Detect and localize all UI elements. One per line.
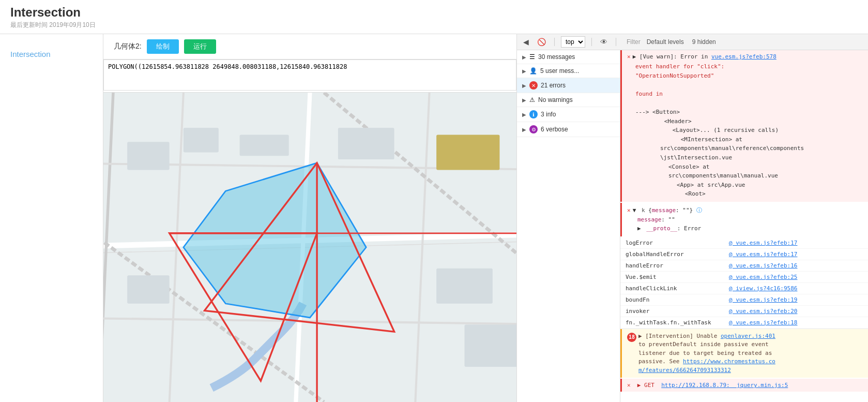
prop-row-handleError: handleError @ vue.esm.js?efeb:16 [620,260,868,272]
get-text: ▶ GET http://192.168.8.79: jquery.min.js… [634,382,788,389]
prop-row-withTask: fn._withTask.fn._withTask @ vue.esm.js?e… [620,317,868,329]
obj-expand-proto[interactable]: ▶ [637,224,641,233]
devtools-prohibit-btn[interactable]: 🚫 [535,37,548,47]
content-area: 几何体2: 绘制 运行 POLYGON((12615854.963811828 … [103,34,516,402]
warnings-label: No warnings [538,96,615,103]
expand-icon-4: ▶ [522,97,526,103]
user-icon: 👤 [529,67,537,75]
prop-link-withTask[interactable]: @ vue.esm.js?efeb:18 [729,319,797,326]
intervention-badge: 18 [627,333,636,342]
devtools-toolbar: ◀ 🚫 top 👁 Filter Default levels 9 hidden [517,34,868,50]
obj-content: k {message: ""} ⓘ [638,206,702,215]
error-icon: ✕ [529,81,538,90]
console-item-info[interactable]: ▶ ℹ 3 info [517,107,620,122]
devtools-panel: ◀ 🚫 top 👁 Filter Default levels 9 hidden… [516,34,868,402]
list-icon: ☰ [529,53,535,61]
obj-proto: __proto__: Error [643,224,702,233]
prop-link-boundFn[interactable]: @ vue.esm.js?efeb:19 [729,296,797,303]
expand-icon: ▶ [522,54,526,60]
errors-label: 21 errors [541,82,615,89]
console-item-user-messages[interactable]: ▶ 👤 5 user mess... [517,64,620,78]
context-select[interactable]: top [561,36,585,48]
prop-key-handleClickLink: handleClickLink [626,285,729,292]
prop-row-boundFn: boundFn @ vue.esm.js?efeb:19 [620,294,868,306]
prop-link-handleError[interactable]: @ vue.esm.js?efeb:16 [729,262,797,269]
prop-row-globalHandleError: globalHandleError @ vue.esm.js?efeb:17 [620,249,868,260]
intervention-link-2[interactable]: https://www.chromestatus.com/features/66… [638,358,775,374]
run-button[interactable]: 运行 [184,39,216,54]
page-subtitle: 最后更新时间 2019年09月10日 [10,21,858,29]
prop-key-handleError: handleError [626,262,729,269]
console-item-verbose[interactable]: ▶ ⚙ 6 verbose [517,122,620,137]
prop-key-vueEmit: Vue.$emit [626,274,729,280]
wkt-input[interactable]: POLYGON((12615854.963811828 2649848.0080… [103,59,516,91]
prop-link-globalHandleError[interactable]: @ vue.esm.js?efeb:17 [729,251,797,258]
toolbar-separator-3 [616,38,616,46]
toolbar-separator [554,38,555,46]
prop-link-vueEmit[interactable]: @ vue.esm.js?efeb:25 [729,274,797,280]
error-icon-red: ✕ [627,53,631,60]
sidebar: Intersection [0,34,103,402]
console-item-errors[interactable]: ▶ ✕ 21 errors [517,78,620,93]
expand-icon-5: ▶ [522,112,526,117]
map-svg: + - [103,93,516,402]
error-text-1: ▶ [Vue warn]: Error in vue.esm.js?efeb:5… [633,53,776,60]
default-levels-label: Default levels [647,38,684,46]
devtools-back-btn[interactable]: ◀ [521,37,531,47]
devtools-eye-btn[interactable]: 👁 [598,37,610,47]
obj-message: message: "" [637,215,675,225]
prop-key-invoker: invoker [626,308,729,315]
info-label: 3 info [541,111,615,118]
error-icon-red-2: ✕ [627,206,631,215]
map-background: + - [103,93,516,402]
sidebar-item-intersection[interactable]: Intersection [0,44,61,64]
messages-label: 30 messages [538,53,615,61]
prop-row-vueEmit: Vue.$emit @ vue.esm.js?efeb:25 [620,272,868,283]
obj-line-3: ▶ __proto__: Error [627,224,863,233]
prop-row-handleClickLink: handleClickLink @ iview.js?4c16:9586 [620,283,868,294]
error-header-1: ✕ ▶ [Vue warn]: Error in vue.esm.js?efeb… [627,53,863,60]
page-header: Intersection 最后更新时间 2019年09月10日 [0,0,868,34]
obj-line-1: ✕ ▼ k {message: ""} ⓘ [627,206,863,215]
error-detail-1: event handler for "click": "OperationNot… [627,62,863,199]
info-icon: ℹ [529,110,538,118]
expand-icon-2: ▶ [522,68,526,74]
prop-link-logError[interactable]: @ vue.esm.js?efeb:17 [729,240,797,246]
svg-rect-12 [184,128,219,153]
svg-rect-16 [127,275,170,303]
prop-key-withTask: fn._withTask.fn._withTask [626,319,729,326]
console-item-messages[interactable]: ▶ ☰ 30 messages [517,50,620,64]
prop-link-handleClickLink[interactable]: @ iview.js?4c16:9586 [729,285,797,292]
error-link-1[interactable]: vue.esm.js?efeb:578 [711,53,776,60]
intervention-block: 18 ▶ [Intervention] Unable openlayer.js:… [620,329,868,378]
console-main[interactable]: ✕ ▶ [Vue warn]: Error in vue.esm.js?efeb… [620,50,868,402]
prop-section: logError @ vue.esm.js?efeb:17 globalHand… [620,237,868,329]
get-block: ✕ ▶ GET http://192.168.8.79: jquery.min.… [620,379,868,392]
prop-key-boundFn: boundFn [626,296,729,303]
hidden-count-label: 9 hidden [692,38,716,46]
expand-icon-3: ▶ [522,83,526,88]
warning-icon: ⚠ [529,96,535,103]
svg-rect-13 [240,135,289,156]
error-icon-red-3: ✕ [627,382,631,389]
obj-line-2: message: "" [627,215,863,225]
prop-key-globalHandleError: globalHandleError [626,251,729,258]
svg-rect-17 [436,269,493,304]
verbose-icon: ⚙ [529,125,538,133]
svg-rect-15 [436,135,499,170]
prop-link-invoker[interactable]: @ vue.esm.js?efeb:20 [729,308,797,315]
intervention-text: ▶ [Intervention] Unable openlayer.js:401… [638,332,775,375]
error-block-vue-warn: ✕ ▶ [Vue warn]: Error in vue.esm.js?efeb… [620,50,868,202]
console-item-warnings[interactable]: ▶ ⚠ No warnings [517,93,620,107]
get-link[interactable]: http://192.168.8.79: jquery.min.js:5 [661,382,788,389]
obj-expand-icon[interactable]: ▼ [633,206,636,215]
verbose-label: 6 verbose [541,126,615,133]
intervention-header: 18 ▶ [Intervention] Unable openlayer.js:… [627,332,863,375]
control-bar: 几何体2: 绘制 运行 [103,34,516,59]
console-sidebar: ▶ ☰ 30 messages ▶ 👤 5 user mess... ▶ ✕ 2… [517,50,620,402]
draw-button[interactable]: 绘制 [147,39,179,54]
intervention-link-1[interactable]: openlayer.js:401 [721,333,775,339]
map-container[interactable]: + - [103,93,516,402]
svg-rect-18 [465,325,517,367]
svg-rect-11 [127,142,170,170]
